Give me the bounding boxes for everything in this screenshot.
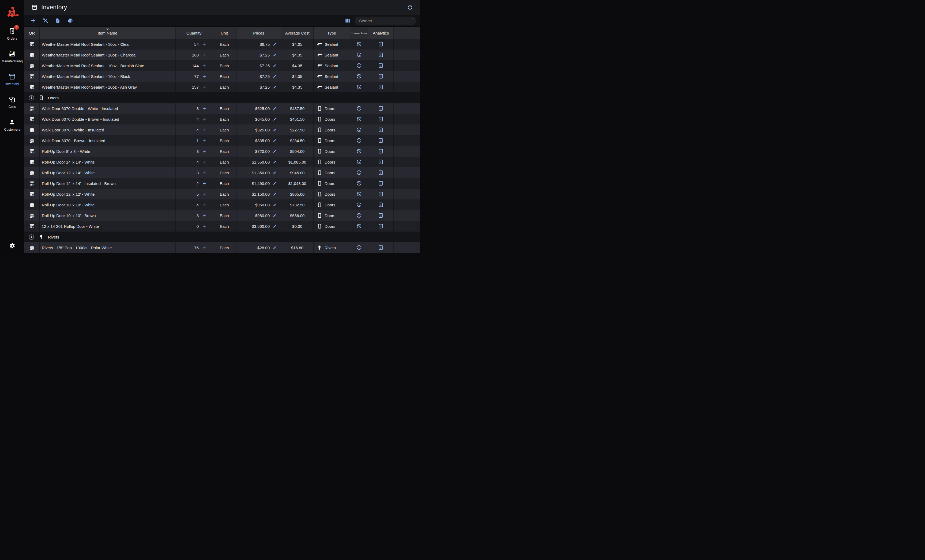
edit-price-button[interactable] — [273, 182, 277, 185]
transactions-history-icon[interactable] — [356, 159, 362, 165]
qr-code-icon[interactable] — [24, 71, 40, 82]
transactions-history-icon[interactable] — [356, 181, 362, 186]
search-icon[interactable] — [413, 18, 413, 23]
column-header-quantity[interactable]: Quantity — [176, 27, 212, 39]
edit-price-button[interactable] — [273, 138, 277, 143]
sidebar-item-manufacturing[interactable]: Manufacturing — [2, 50, 23, 63]
file-export-icon[interactable] — [54, 17, 61, 24]
add-quantity-button[interactable] — [202, 203, 206, 207]
add-quantity-button[interactable] — [202, 182, 206, 185]
add-quantity-button[interactable] — [202, 53, 206, 57]
column-header-qr[interactable]: QR — [24, 27, 40, 39]
analytics-chart-icon[interactable] — [378, 159, 384, 165]
sidebar-item-coils[interactable]: Coils — [9, 96, 16, 109]
edit-price-button[interactable] — [273, 160, 277, 164]
column-header-average-cost[interactable]: Average Cost — [281, 27, 313, 39]
qr-code-icon[interactable] — [24, 146, 40, 157]
settings-gear-icon[interactable] — [0, 242, 24, 250]
transactions-history-icon[interactable] — [356, 149, 362, 154]
edit-price-button[interactable] — [273, 74, 277, 78]
edit-price-button[interactable] — [273, 53, 277, 57]
edit-price-button[interactable] — [273, 192, 277, 196]
qr-code-icon[interactable] — [24, 103, 40, 114]
qr-code-icon[interactable] — [24, 221, 40, 232]
analytics-chart-icon[interactable] — [378, 202, 384, 208]
column-header-item-name[interactable]: Item Name — [40, 27, 176, 39]
qr-code-icon[interactable] — [24, 135, 40, 146]
analytics-chart-icon[interactable] — [378, 224, 384, 229]
qr-code-icon[interactable] — [24, 157, 40, 167]
sidebar-item-orders[interactable]: 3Orders — [7, 27, 17, 41]
add-quantity-button[interactable] — [202, 214, 206, 218]
analytics-chart-icon[interactable] — [378, 138, 384, 143]
column-header-analytics[interactable]: Analytics — [368, 27, 394, 39]
edit-price-button[interactable] — [273, 246, 277, 250]
transactions-history-icon[interactable] — [356, 116, 362, 122]
add-quantity-button[interactable] — [202, 149, 206, 154]
transactions-history-icon[interactable] — [356, 191, 362, 197]
sidebar-item-customers[interactable]: Customers — [4, 118, 20, 131]
app-logo-icon[interactable] — [6, 6, 18, 18]
qr-code-icon[interactable] — [24, 189, 40, 199]
edit-price-button[interactable] — [273, 117, 277, 121]
search-input[interactable] — [359, 18, 413, 23]
analytics-chart-icon[interactable] — [378, 170, 384, 175]
qr-code-icon[interactable] — [24, 199, 40, 210]
add-quantity-button[interactable] — [202, 42, 206, 46]
edit-price-button[interactable] — [273, 171, 277, 175]
add-quantity-button[interactable] — [202, 64, 206, 68]
transactions-history-icon[interactable] — [356, 74, 362, 79]
printer-icon[interactable] — [67, 17, 74, 24]
tools-icon[interactable] — [42, 17, 49, 24]
refresh-icon[interactable] — [407, 5, 413, 11]
transactions-history-icon[interactable] — [356, 170, 362, 176]
edit-price-button[interactable] — [273, 128, 277, 132]
column-header-unit[interactable]: Unit — [212, 27, 237, 39]
add-quantity-button[interactable] — [202, 74, 206, 78]
column-header-transactions[interactable]: Transactions — [350, 27, 368, 39]
analytics-chart-icon[interactable] — [378, 106, 384, 111]
qr-code-icon[interactable] — [24, 114, 40, 125]
add-quantity-button[interactable] — [202, 138, 206, 143]
collapse-group-icon[interactable] — [29, 234, 35, 240]
edit-price-button[interactable] — [273, 107, 277, 111]
qr-code-icon[interactable] — [24, 178, 40, 189]
analytics-chart-icon[interactable] — [378, 127, 384, 132]
add-quantity-button[interactable] — [202, 128, 206, 132]
qr-code-icon[interactable] — [24, 60, 40, 71]
add-quantity-button[interactable] — [202, 107, 206, 111]
analytics-chart-icon[interactable] — [378, 52, 384, 57]
add-quantity-button[interactable] — [202, 117, 206, 121]
transactions-history-icon[interactable] — [356, 213, 362, 218]
edit-price-button[interactable] — [273, 224, 277, 228]
edit-price-button[interactable] — [273, 42, 277, 46]
analytics-chart-icon[interactable] — [378, 149, 384, 154]
edit-price-button[interactable] — [273, 64, 277, 68]
qr-code-icon[interactable] — [24, 125, 40, 135]
edit-price-button[interactable] — [273, 203, 277, 207]
analytics-chart-icon[interactable] — [378, 42, 384, 47]
analytics-chart-icon[interactable] — [378, 191, 384, 197]
transactions-history-icon[interactable] — [356, 224, 362, 229]
analytics-chart-icon[interactable] — [378, 63, 384, 68]
analytics-chart-icon[interactable] — [378, 245, 384, 250]
transactions-history-icon[interactable] — [356, 202, 362, 208]
transactions-history-icon[interactable] — [356, 127, 362, 133]
qr-code-icon[interactable] — [24, 39, 40, 50]
collapse-group-icon[interactable] — [29, 95, 35, 101]
transactions-history-icon[interactable] — [356, 106, 362, 111]
transactions-history-icon[interactable] — [356, 245, 362, 251]
add-quantity-button[interactable] — [202, 85, 206, 89]
edit-price-button[interactable] — [273, 85, 277, 89]
edit-price-button[interactable] — [273, 214, 277, 218]
add-quantity-button[interactable] — [202, 224, 206, 228]
add-item-button[interactable] — [30, 17, 37, 24]
columns-icon[interactable] — [345, 18, 351, 24]
transactions-history-icon[interactable] — [356, 52, 362, 58]
transactions-history-icon[interactable] — [356, 84, 362, 90]
qr-code-icon[interactable] — [24, 210, 40, 221]
qr-code-icon[interactable] — [24, 82, 40, 92]
analytics-chart-icon[interactable] — [378, 213, 384, 218]
analytics-chart-icon[interactable] — [378, 116, 384, 122]
add-quantity-button[interactable] — [202, 160, 206, 164]
